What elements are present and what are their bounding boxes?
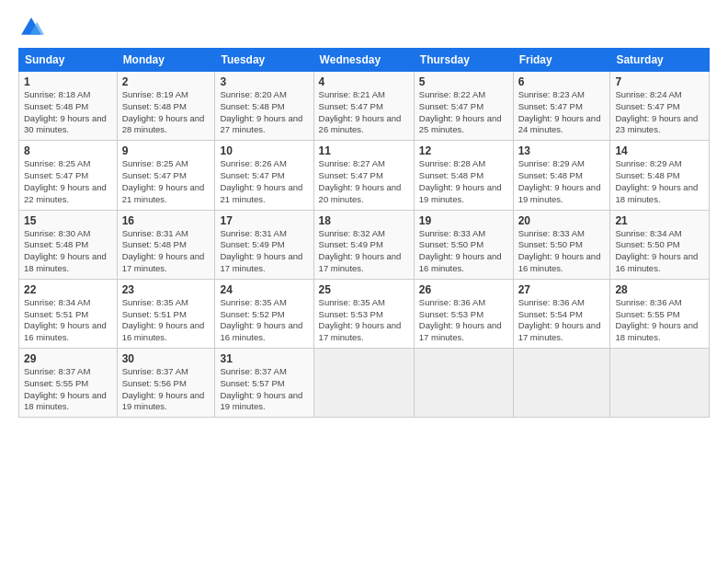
- calendar-cell: 13 Sunrise: 8:29 AMSunset: 5:48 PMDaylig…: [513, 141, 610, 210]
- day-number: 2: [122, 75, 210, 88]
- calendar-cell: 3 Sunrise: 8:20 AMSunset: 5:48 PMDayligh…: [215, 72, 313, 141]
- day-detail: Sunrise: 8:25 AMSunset: 5:47 PMDaylight:…: [24, 158, 112, 205]
- calendar-week-3: 15 Sunrise: 8:30 AMSunset: 5:48 PMDaylig…: [19, 210, 710, 279]
- day-detail: Sunrise: 8:24 AMSunset: 5:47 PMDaylight:…: [615, 89, 704, 136]
- calendar-cell: 15 Sunrise: 8:30 AMSunset: 5:48 PMDaylig…: [19, 210, 118, 279]
- calendar-cell: 22 Sunrise: 8:34 AMSunset: 5:51 PMDaylig…: [19, 279, 118, 348]
- calendar-cell: 28 Sunrise: 8:36 AMSunset: 5:55 PMDaylig…: [610, 279, 710, 348]
- day-number: 18: [319, 214, 409, 227]
- day-detail: Sunrise: 8:35 AMSunset: 5:53 PMDaylight:…: [319, 297, 409, 344]
- day-number: 17: [220, 214, 308, 227]
- day-number: 22: [24, 283, 112, 296]
- calendar-cell: [313, 349, 414, 418]
- day-detail: Sunrise: 8:33 AMSunset: 5:50 PMDaylight:…: [419, 228, 508, 275]
- day-number: 23: [122, 283, 210, 296]
- day-number: 12: [419, 144, 508, 157]
- day-number: 21: [615, 214, 704, 227]
- calendar-cell: 17 Sunrise: 8:31 AMSunset: 5:49 PMDaylig…: [215, 210, 313, 279]
- day-number: 4: [319, 75, 409, 88]
- day-detail: Sunrise: 8:29 AMSunset: 5:48 PMDaylight:…: [615, 158, 704, 205]
- calendar-cell: 19 Sunrise: 8:33 AMSunset: 5:50 PMDaylig…: [414, 210, 513, 279]
- calendar-cell: 23 Sunrise: 8:35 AMSunset: 5:51 PMDaylig…: [117, 279, 215, 348]
- calendar: SundayMondayTuesdayWednesdayThursdayFrid…: [18, 48, 710, 418]
- calendar-cell: 1 Sunrise: 8:18 AMSunset: 5:48 PMDayligh…: [19, 72, 118, 141]
- day-number: 5: [419, 75, 508, 88]
- day-number: 19: [419, 214, 508, 227]
- day-detail: Sunrise: 8:36 AMSunset: 5:54 PMDaylight:…: [518, 297, 606, 344]
- calendar-cell: 25 Sunrise: 8:35 AMSunset: 5:53 PMDaylig…: [313, 279, 414, 348]
- day-detail: Sunrise: 8:25 AMSunset: 5:47 PMDaylight:…: [122, 158, 210, 205]
- day-number: 10: [220, 144, 308, 157]
- day-number: 13: [518, 144, 606, 157]
- day-number: 26: [419, 283, 508, 296]
- col-header-tuesday: Tuesday: [215, 49, 313, 72]
- day-detail: Sunrise: 8:31 AMSunset: 5:49 PMDaylight:…: [220, 228, 308, 275]
- day-number: 25: [319, 283, 409, 296]
- day-number: 14: [615, 144, 704, 157]
- day-detail: Sunrise: 8:36 AMSunset: 5:53 PMDaylight:…: [419, 297, 508, 344]
- calendar-cell: 27 Sunrise: 8:36 AMSunset: 5:54 PMDaylig…: [513, 279, 610, 348]
- day-detail: Sunrise: 8:37 AMSunset: 5:56 PMDaylight:…: [122, 366, 210, 413]
- calendar-cell: 11 Sunrise: 8:27 AMSunset: 5:47 PMDaylig…: [313, 141, 414, 210]
- calendar-cell: 5 Sunrise: 8:22 AMSunset: 5:47 PMDayligh…: [414, 72, 513, 141]
- day-number: 6: [518, 75, 606, 88]
- logo-icon: [18, 15, 44, 40]
- calendar-header: SundayMondayTuesdayWednesdayThursdayFrid…: [19, 49, 710, 72]
- day-number: 9: [122, 144, 210, 157]
- calendar-cell: 26 Sunrise: 8:36 AMSunset: 5:53 PMDaylig…: [414, 279, 513, 348]
- calendar-cell: 4 Sunrise: 8:21 AMSunset: 5:47 PMDayligh…: [313, 72, 414, 141]
- day-detail: Sunrise: 8:37 AMSunset: 5:57 PMDaylight:…: [220, 366, 308, 413]
- calendar-body: 1 Sunrise: 8:18 AMSunset: 5:48 PMDayligh…: [19, 72, 710, 418]
- day-detail: Sunrise: 8:23 AMSunset: 5:47 PMDaylight:…: [518, 89, 606, 136]
- calendar-cell: 7 Sunrise: 8:24 AMSunset: 5:47 PMDayligh…: [610, 72, 710, 141]
- day-detail: Sunrise: 8:26 AMSunset: 5:47 PMDaylight:…: [220, 158, 308, 205]
- day-number: 20: [518, 214, 606, 227]
- col-header-thursday: Thursday: [414, 49, 513, 72]
- col-header-monday: Monday: [117, 49, 215, 72]
- calendar-cell: [610, 349, 710, 418]
- day-number: 16: [122, 214, 210, 227]
- day-detail: Sunrise: 8:35 AMSunset: 5:52 PMDaylight:…: [220, 297, 308, 344]
- day-number: 8: [24, 144, 112, 157]
- calendar-cell: 21 Sunrise: 8:34 AMSunset: 5:50 PMDaylig…: [610, 210, 710, 279]
- calendar-cell: 9 Sunrise: 8:25 AMSunset: 5:47 PMDayligh…: [117, 141, 215, 210]
- day-detail: Sunrise: 8:34 AMSunset: 5:51 PMDaylight:…: [24, 297, 112, 344]
- day-number: 11: [319, 144, 409, 157]
- day-number: 3: [220, 75, 308, 88]
- day-detail: Sunrise: 8:32 AMSunset: 5:49 PMDaylight:…: [319, 228, 409, 275]
- day-number: 1: [24, 75, 112, 88]
- calendar-cell: 2 Sunrise: 8:19 AMSunset: 5:48 PMDayligh…: [117, 72, 215, 141]
- calendar-week-5: 29 Sunrise: 8:37 AMSunset: 5:55 PMDaylig…: [19, 349, 710, 418]
- day-detail: Sunrise: 8:18 AMSunset: 5:48 PMDaylight:…: [24, 89, 112, 136]
- day-detail: Sunrise: 8:20 AMSunset: 5:48 PMDaylight:…: [220, 89, 308, 136]
- day-number: 31: [220, 352, 308, 365]
- day-number: 29: [24, 352, 112, 365]
- page: SundayMondayTuesdayWednesdayThursdayFrid…: [0, 0, 728, 563]
- calendar-cell: 20 Sunrise: 8:33 AMSunset: 5:50 PMDaylig…: [513, 210, 610, 279]
- day-number: 24: [220, 283, 308, 296]
- calendar-cell: 31 Sunrise: 8:37 AMSunset: 5:57 PMDaylig…: [215, 349, 313, 418]
- day-number: 27: [518, 283, 606, 296]
- day-detail: Sunrise: 8:36 AMSunset: 5:55 PMDaylight:…: [615, 297, 704, 344]
- calendar-cell: [414, 349, 513, 418]
- calendar-cell: 14 Sunrise: 8:29 AMSunset: 5:48 PMDaylig…: [610, 141, 710, 210]
- day-detail: Sunrise: 8:35 AMSunset: 5:51 PMDaylight:…: [122, 297, 210, 344]
- calendar-cell: 12 Sunrise: 8:28 AMSunset: 5:48 PMDaylig…: [414, 141, 513, 210]
- col-header-wednesday: Wednesday: [313, 49, 414, 72]
- calendar-cell: 8 Sunrise: 8:25 AMSunset: 5:47 PMDayligh…: [19, 141, 118, 210]
- calendar-cell: 16 Sunrise: 8:31 AMSunset: 5:48 PMDaylig…: [117, 210, 215, 279]
- day-number: 7: [615, 75, 704, 88]
- col-header-saturday: Saturday: [610, 49, 710, 72]
- day-number: 15: [24, 214, 112, 227]
- day-detail: Sunrise: 8:37 AMSunset: 5:55 PMDaylight:…: [24, 366, 112, 413]
- calendar-cell: 29 Sunrise: 8:37 AMSunset: 5:55 PMDaylig…: [19, 349, 118, 418]
- day-detail: Sunrise: 8:33 AMSunset: 5:50 PMDaylight:…: [518, 228, 606, 275]
- day-detail: Sunrise: 8:34 AMSunset: 5:50 PMDaylight:…: [615, 228, 704, 275]
- calendar-cell: 30 Sunrise: 8:37 AMSunset: 5:56 PMDaylig…: [117, 349, 215, 418]
- day-detail: Sunrise: 8:21 AMSunset: 5:47 PMDaylight:…: [319, 89, 409, 136]
- calendar-cell: [513, 349, 610, 418]
- calendar-cell: 6 Sunrise: 8:23 AMSunset: 5:47 PMDayligh…: [513, 72, 610, 141]
- calendar-week-1: 1 Sunrise: 8:18 AMSunset: 5:48 PMDayligh…: [19, 72, 710, 141]
- day-detail: Sunrise: 8:22 AMSunset: 5:47 PMDaylight:…: [419, 89, 508, 136]
- calendar-week-4: 22 Sunrise: 8:34 AMSunset: 5:51 PMDaylig…: [19, 279, 710, 348]
